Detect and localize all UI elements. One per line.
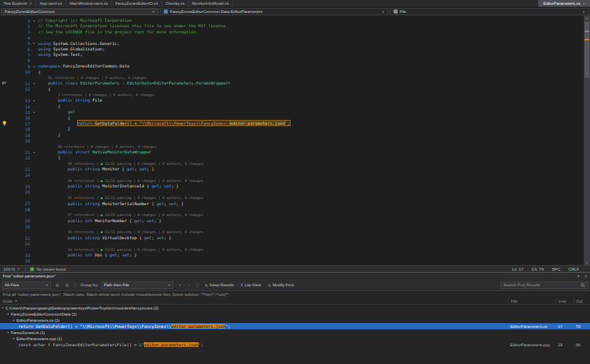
chevron-expanded-icon[interactable]: ▾ [13, 318, 14, 322]
project-dropdown[interactable]: FancyZonesEditorCommon ▼ [1, 8, 158, 15]
group-label: FancyZonesLib (1) [11, 331, 45, 335]
code-area: 1▾// Copyright (c) Microsoft Corporation… [0, 18, 584, 264]
editor-scrollbar[interactable]: ▲ ▼ [584, 16, 590, 265]
tab-test-explorer[interactable]: Test Explorer✕ [0, 0, 36, 7]
code-seg: } [38, 132, 61, 137]
type-dropdown[interactable]: FancyZonesEditorCommon.Data.EditorParame… [160, 8, 388, 15]
code-line: 6using System.Globalization; [0, 46, 584, 52]
search-find-results-input[interactable]: Search Find Results [501, 282, 588, 289]
file-filter-dropdown[interactable]: All Files ▼ [2, 282, 51, 289]
code-text: 60 references | 0 changes | 0 authors, 0… [38, 144, 156, 149]
code-text: { [38, 155, 61, 160]
code-seg [38, 235, 68, 240]
chevron-expanded-icon[interactable]: ▾ [8, 312, 9, 316]
chevron-expanded-icon[interactable]: ▾ [13, 337, 14, 340]
find-group-row[interactable]: ▾FancyZonesEditorCommon\Data (1) [0, 311, 590, 317]
scroll-down-icon[interactable]: ▼ [584, 260, 590, 265]
code-text: using System.Globalization; [38, 46, 105, 52]
type-name: FancyZonesEditorCommon.Data.EditorParame… [170, 10, 263, 14]
fold-chevron-icon[interactable]: ▾ [30, 42, 38, 45]
code-text: // See the LICENSE file in the project r… [38, 29, 198, 35]
lightbulb-icon[interactable] [0, 121, 18, 126]
code-seg: "; [225, 324, 230, 329]
column-col[interactable]: Col [574, 299, 590, 303]
find-result-row[interactable]: const wchar_t FancyZonesEditorParameters… [0, 342, 590, 348]
find-panel-header[interactable]: Find "editor-parameters.json" ▼ ✕ [0, 273, 590, 279]
zoom-control[interactable]: 100 % ▼ [0, 267, 23, 271]
close-icon[interactable]: ✕ [29, 1, 32, 5]
expand-all-icon[interactable]: + [176, 282, 183, 288]
tab-overlay-cs[interactable]: Overlay.cs [162, 0, 189, 7]
close-icon[interactable]: ✕ [585, 274, 587, 278]
fold-chevron-icon[interactable]: ▾ [30, 19, 38, 22]
code-text: get [38, 109, 75, 115]
find-result-row[interactable]: return GetDataFolder() + "\\Microsoft\\P… [0, 323, 590, 329]
find-group-row[interactable]: ▾EditorParameters.cs (1) [0, 317, 590, 323]
code-line: 32 [0, 241, 584, 246]
code-seg: ; } [130, 252, 137, 257]
tab-editorparameters-cs[interactable]: EditorParameters.cs ✕ [538, 0, 590, 7]
code-seg: { [144, 183, 151, 188]
code-seg: MonitorNumber [95, 218, 127, 223]
code-seg: public int [68, 252, 95, 257]
line-number: 32 [18, 241, 30, 246]
code-seg [38, 218, 68, 223]
code-seg: File [92, 97, 102, 102]
scroll-up-icon[interactable]: ▲ [584, 16, 590, 20]
code-editor[interactable]: 1▾// Copyright (c) Microsoft Corporation… [0, 16, 584, 265]
chevron-down-icon: ▼ [382, 10, 385, 14]
close-icon[interactable]: ✕ [582, 1, 585, 5]
code-seg: | 0 changes | 0 authors, 0 changes [132, 247, 203, 252]
code-seg [38, 201, 68, 206]
line-number: 4 [18, 35, 30, 40]
code-seg: ; [164, 201, 168, 206]
find-summary: Find all "editor-parameters.json", Match… [0, 291, 590, 298]
list-view-label: List View [245, 283, 261, 287]
chevron-down-icon[interactable]: ▼ [577, 274, 580, 278]
fold-chevron-icon[interactable]: ▾ [30, 110, 38, 114]
line-number: 16 [18, 115, 30, 120]
code-seg: 13/13 passing [105, 213, 132, 217]
code-line: 9▾namespace FancyZonesEditorCommon.Data [0, 63, 584, 69]
code-seg: System.Collections.Generic [53, 41, 117, 46]
chevron-down-icon: ▼ [168, 284, 171, 287]
code-line: RT11▾ public class EditorParameters : Ed… [0, 80, 584, 86]
fold-chevron-icon[interactable]: ▾ [30, 65, 38, 68]
copy-results-icon[interactable]: ▥ [63, 282, 70, 288]
list-view-button[interactable]: ≡ List View [239, 282, 263, 289]
project-name: FancyZonesEditorCommon [5, 10, 55, 14]
code-text: public string File [38, 97, 102, 103]
code-text: { [38, 104, 61, 109]
chevron-down-icon: ▼ [17, 267, 20, 271]
fold-chevron-icon[interactable]: ▾ [30, 82, 38, 85]
tab-fancyzoneseditorio-cs[interactable]: FancyZonesEditorIO.cs [112, 0, 162, 7]
member-name: File [400, 10, 407, 14]
tab-monitorinfomodel-cs[interactable]: MonitorInfoModel.cs [189, 0, 233, 7]
open-results-icon[interactable]: ▤ [54, 282, 61, 288]
collapse-all-icon[interactable]: − [186, 282, 192, 288]
chevron-expanded-icon[interactable]: ▾ [8, 331, 9, 334]
chevron-expanded-icon[interactable]: ▾ [2, 306, 3, 309]
group-by-dropdown[interactable]: Path then File ▼ [101, 282, 173, 289]
column-code[interactable]: Code [3, 299, 12, 303]
code-line: 3// See the LICENSE file in the project … [0, 29, 584, 35]
code-seg: ; [80, 52, 83, 57]
column-line[interactable]: Line [556, 299, 574, 303]
modify-find-button[interactable]: ✎ Modify Find [266, 282, 296, 289]
find-group-row[interactable]: ▾EditorParameters.cpp (1) [0, 335, 590, 342]
search-match: editor-parameters.json [144, 342, 198, 347]
member-dropdown[interactable]: File ▼ [390, 8, 589, 15]
find-group-row[interactable]: ▾C:\Users\zhaopengwang\Desktop\powertoys… [0, 305, 590, 311]
fold-chevron-icon[interactable]: ▾ [30, 99, 38, 102]
tab-app-xaml-cs[interactable]: App.xaml.cs [36, 0, 66, 7]
issues-indicator[interactable]: ✓ No issues found [28, 267, 68, 271]
find-group-row[interactable]: ▾FancyZonesLib (1) [0, 329, 590, 335]
code-line: 30 [0, 224, 584, 229]
keep-results-toggle[interactable]: ↻ Keep Results [203, 282, 236, 289]
fold-chevron-icon[interactable]: ▾ [30, 151, 38, 154]
line-number: 10 [18, 70, 30, 74]
tab-mainwindow-xaml-cs[interactable]: MainWindow.xaml.cs [66, 0, 112, 7]
column-file[interactable]: File [508, 299, 556, 303]
code-seg: 11/11 passing [105, 179, 132, 183]
code-seg: System.Globalization [53, 46, 102, 51]
